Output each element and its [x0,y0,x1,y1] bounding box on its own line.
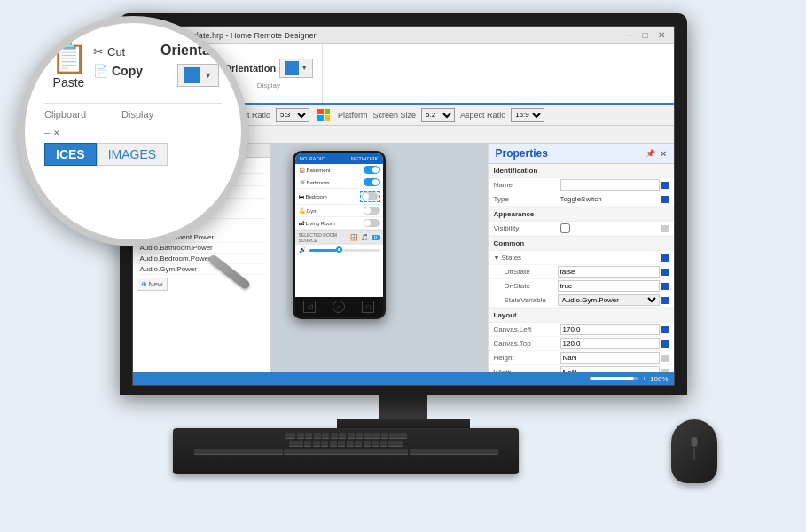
statevariable-select[interactable]: Audio.Gym.Power [558,294,660,306]
mag-copy-button[interactable]: 📄 Copy [93,64,143,78]
back-button[interactable]: ◁ [303,301,316,313]
magnifier-circle: 📋 Paste ✂ Cut 📄 Copy [18,16,248,246]
ices-tab[interactable]: ICES [44,143,97,166]
minimize-button[interactable]: ─ [622,30,636,40]
type-indicator [661,196,669,203]
close-button[interactable]: ✕ [654,30,669,40]
aspect-ratio-select[interactable]: 5:3 [276,108,309,122]
onstate-input[interactable] [558,280,660,292]
mag-orientation-label: Orientation [160,43,236,59]
room-icon-gym: 💪 [299,207,305,214]
type-value: ToggleSwitch [560,195,660,203]
mag-orientation-button[interactable]: ▼ [177,64,219,87]
pin-icon[interactable]: 📌 [646,149,655,158]
network-label: NETWORK [351,156,379,161]
variable-item-4[interactable]: Audio.Gym.Power [137,264,266,275]
states-arrow: ▼ [494,254,500,261]
statevariable-label: StateVariable [505,296,558,304]
height-indicator [661,355,669,362]
screen-size-select2[interactable]: 5.2 [421,108,455,122]
properties-title: Properties [496,147,548,160]
common-section: Common ▼ States OffState [489,237,674,309]
maximize-button[interactable]: □ [638,30,651,40]
room-icon-basement: 🏠 [299,167,305,173]
props-close-button[interactable]: × [661,148,666,159]
toggle-gym[interactable] [364,207,380,215]
name-input[interactable] [560,179,660,191]
win-logo-icon [317,109,330,121]
appearance-section: Appearance Visibility [489,207,674,237]
dropdown-icon: ▼ [301,64,308,72]
toggle-living[interactable] [364,219,380,227]
room-name-gym: Gym [307,208,364,214]
aspect-ratio-select2[interactable]: 16:9 [511,108,544,122]
canvas-top-indicator [661,340,669,348]
zoom-track[interactable] [590,377,638,380]
canvas-left-row: Canvas.Left [489,323,674,337]
visibility-indicator [661,225,669,232]
canvas-left-indicator [661,326,669,333]
states-row: ▼ States [489,251,674,265]
statevariable-row: StateVariable Audio.Gym.Power [489,293,674,308]
orientation-button[interactable]: ▼ [279,59,313,78]
display-label: Display [257,82,280,90]
zoom-minus[interactable]: − [583,375,587,383]
status-bar: − + 100% [133,372,674,385]
new-variable-button[interactable]: ⊕ New [137,278,168,291]
appearance-title: Appearance [489,207,674,222]
mag-cut-label: Cut [107,45,125,59]
toggle-basement[interactable] [364,166,380,174]
volume-track[interactable] [309,249,380,252]
zoom-plus[interactable]: + [642,375,646,383]
mag-orient-dropdown-icon: ▼ [204,71,212,80]
center-area: NO RADIO NETWORK 🏠 Basement [270,144,488,372]
offstate-indicator [661,269,669,276]
layout-section: Layout Canvas.Left Canvas.Top [489,309,674,372]
zoom-level: 100% [650,375,668,383]
phone-screen: NO RADIO NETWORK 🏠 Basement [295,153,383,297]
keyboard [173,428,519,474]
mag-paste-label: Paste [53,75,85,90]
height-input[interactable] [560,352,660,364]
onstate-row: OnState [489,279,674,293]
room-item-bedroom[interactable]: 🛏 Bedroom [295,189,383,205]
width-input[interactable] [560,366,660,372]
selected-widget[interactable] [360,191,380,202]
room-item-basement[interactable]: 🏠 Basement [295,164,383,176]
room-item-bathroom[interactable]: 🚿 Bathroom [295,176,383,189]
mag-cut-button[interactable]: ✂ Cut [93,44,143,59]
recent-button[interactable]: □ [362,301,374,313]
visibility-checkbox[interactable] [560,223,570,233]
room-name-bedroom: Bedroom [306,194,360,200]
mag-paste-button[interactable]: 📋 Paste [44,39,93,93]
visibility-label: Visibility [494,224,560,232]
offstate-input[interactable] [558,266,660,278]
mag-h-divider [44,103,222,104]
mouse-line [694,448,695,460]
variable-item-3[interactable]: Audio.Bedroom.Power [137,254,266,264]
phone-nav-bar: ◁ ○ □ [295,297,383,317]
mag-minimize-button[interactable]: ─ [44,129,50,137]
selected-room-source-bar: SELECTED ROOM SOURCE 🪟 🎵 P [295,230,383,245]
orientation-box [285,61,299,75]
room-icon-bathroom: 🚿 [299,179,305,185]
canvas-top-input[interactable] [560,338,660,349]
mag-paste-icon: 📋 [51,43,88,73]
canvas-top-label: Canvas.Top [494,340,560,348]
room-name-basement: Basement [307,168,364,173]
magnifier-overlay: 📋 Paste ✂ Cut 📄 Copy [18,16,248,246]
home-button[interactable]: ○ [333,301,345,313]
music-icon: 🎵 [361,234,369,241]
toggle-bathroom[interactable] [364,178,380,186]
images-tab[interactable]: IMAGES [97,143,168,166]
states-indicator [661,254,669,262]
room-item-livingroom[interactable]: 🛋 Living Room [295,217,383,230]
states-label: States [501,254,563,262]
type-row: Type ToggleSwitch [489,192,674,207]
room-list: 🏠 Basement 🚿 Bat [295,164,383,230]
canvas-left-input[interactable] [560,324,660,335]
phone-device: NO RADIO NETWORK 🏠 Basement [293,151,386,319]
common-title: Common [489,237,674,251]
room-item-gym[interactable]: 💪 Gym [295,205,383,217]
mag-close-window-button[interactable]: ✕ [53,129,60,137]
